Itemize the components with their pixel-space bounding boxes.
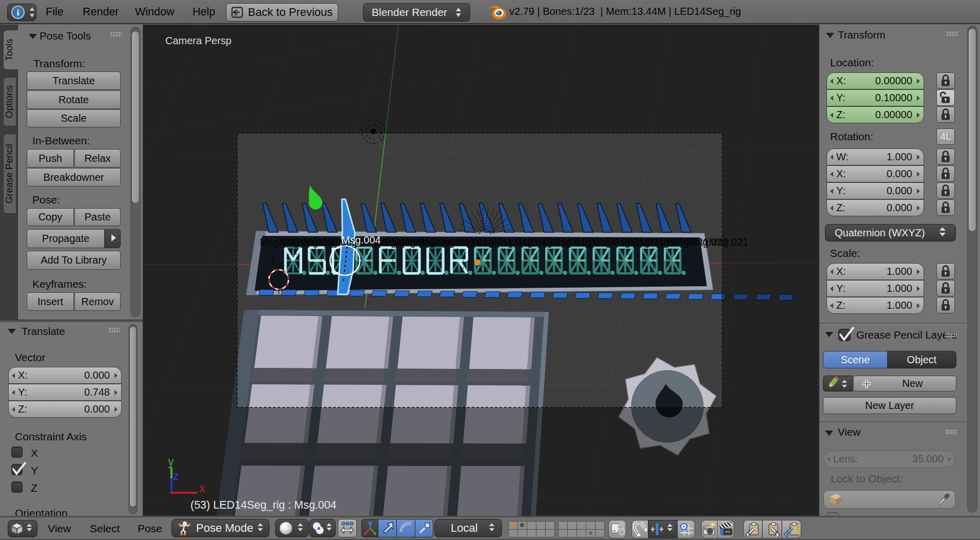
svg-text:y: y [168, 455, 174, 468]
svg-text:x: x [199, 481, 205, 495]
svg-text:-1: -1 [267, 257, 275, 267]
svg-text:Msg.004: Msg.004 [341, 234, 381, 246]
svg-text:z: z [173, 469, 179, 482]
svg-text:Msg.021: Msg.021 [709, 236, 748, 248]
svg-text:Camera Persp: Camera Persp [165, 35, 232, 46]
svg-text:i: i [17, 8, 20, 17]
svg-text:(53) LED14Seg_rig : Msg.004: (53) LED14Seg_rig : Msg.004 [190, 499, 336, 511]
